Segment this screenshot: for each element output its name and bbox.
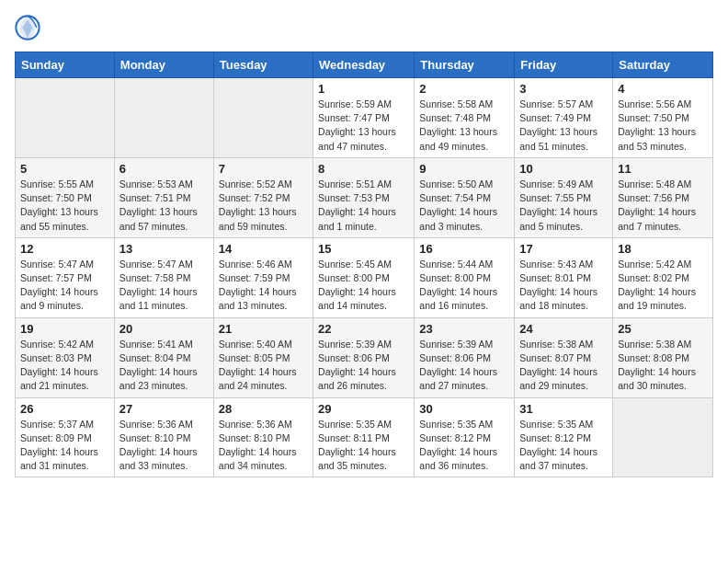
day-number: 5	[20, 162, 109, 176]
day-number: 25	[618, 322, 708, 336]
day-info: Sunrise: 5:42 AM Sunset: 8:03 PM Dayligh…	[20, 338, 109, 394]
day-number: 3	[519, 82, 608, 96]
day-header-saturday: Saturday	[613, 52, 713, 78]
day-number: 24	[519, 322, 608, 336]
day-info: Sunrise: 5:47 AM Sunset: 7:58 PM Dayligh…	[119, 258, 209, 314]
day-header-friday: Friday	[515, 52, 613, 78]
page-header	[15, 15, 713, 40]
day-number: 15	[318, 242, 409, 256]
day-number: 9	[419, 162, 509, 176]
calendar-cell: 21Sunrise: 5:40 AM Sunset: 8:05 PM Dayli…	[213, 317, 313, 397]
calendar-cell: 8Sunrise: 5:51 AM Sunset: 7:53 PM Daylig…	[313, 157, 415, 237]
calendar-cell	[613, 397, 713, 477]
day-info: Sunrise: 5:58 AM Sunset: 7:48 PM Dayligh…	[419, 98, 509, 154]
calendar-cell: 31Sunrise: 5:35 AM Sunset: 8:12 PM Dayli…	[515, 397, 613, 477]
day-number: 7	[219, 162, 308, 176]
day-number: 20	[119, 322, 209, 336]
calendar-cell: 15Sunrise: 5:45 AM Sunset: 8:00 PM Dayli…	[313, 237, 415, 317]
calendar-cell: 7Sunrise: 5:52 AM Sunset: 7:52 PM Daylig…	[213, 157, 313, 237]
calendar-cell: 2Sunrise: 5:58 AM Sunset: 7:48 PM Daylig…	[415, 78, 515, 158]
day-number: 13	[119, 242, 209, 256]
day-number: 6	[119, 162, 209, 176]
calendar-cell	[213, 78, 313, 158]
day-info: Sunrise: 5:48 AM Sunset: 7:56 PM Dayligh…	[618, 178, 708, 234]
calendar-cell: 14Sunrise: 5:46 AM Sunset: 7:59 PM Dayli…	[213, 237, 313, 317]
calendar-cell: 24Sunrise: 5:38 AM Sunset: 8:07 PM Dayli…	[515, 317, 613, 397]
calendar-cell: 25Sunrise: 5:38 AM Sunset: 8:08 PM Dayli…	[613, 317, 713, 397]
day-number: 22	[318, 322, 409, 336]
day-info: Sunrise: 5:47 AM Sunset: 7:57 PM Dayligh…	[20, 258, 109, 314]
calendar-cell: 17Sunrise: 5:43 AM Sunset: 8:01 PM Dayli…	[515, 237, 613, 317]
day-header-tuesday: Tuesday	[213, 52, 313, 78]
header-row: SundayMondayTuesdayWednesdayThursdayFrid…	[16, 52, 713, 78]
day-info: Sunrise: 5:46 AM Sunset: 7:59 PM Dayligh…	[219, 258, 308, 314]
day-header-thursday: Thursday	[415, 52, 515, 78]
day-number: 28	[219, 402, 308, 416]
day-info: Sunrise: 5:35 AM Sunset: 8:12 PM Dayligh…	[519, 418, 608, 474]
day-info: Sunrise: 5:52 AM Sunset: 7:52 PM Dayligh…	[219, 178, 308, 234]
calendar-cell: 19Sunrise: 5:42 AM Sunset: 8:03 PM Dayli…	[16, 317, 115, 397]
day-number: 27	[119, 402, 209, 416]
week-row-5: 26Sunrise: 5:37 AM Sunset: 8:09 PM Dayli…	[16, 397, 713, 477]
week-row-2: 5Sunrise: 5:55 AM Sunset: 7:50 PM Daylig…	[16, 157, 713, 237]
day-info: Sunrise: 5:59 AM Sunset: 7:47 PM Dayligh…	[318, 98, 409, 154]
day-number: 2	[419, 82, 509, 96]
day-info: Sunrise: 5:53 AM Sunset: 7:51 PM Dayligh…	[119, 178, 209, 234]
calendar-cell: 12Sunrise: 5:47 AM Sunset: 7:57 PM Dayli…	[16, 237, 115, 317]
day-header-sunday: Sunday	[16, 52, 115, 78]
calendar-cell: 9Sunrise: 5:50 AM Sunset: 7:54 PM Daylig…	[415, 157, 515, 237]
day-number: 1	[318, 82, 409, 96]
day-info: Sunrise: 5:40 AM Sunset: 8:05 PM Dayligh…	[219, 338, 308, 394]
calendar-cell: 10Sunrise: 5:49 AM Sunset: 7:55 PM Dayli…	[515, 157, 613, 237]
day-info: Sunrise: 5:35 AM Sunset: 8:12 PM Dayligh…	[419, 418, 509, 474]
calendar-cell: 11Sunrise: 5:48 AM Sunset: 7:56 PM Dayli…	[613, 157, 713, 237]
day-header-monday: Monday	[114, 52, 213, 78]
day-info: Sunrise: 5:38 AM Sunset: 8:08 PM Dayligh…	[618, 338, 708, 394]
day-info: Sunrise: 5:37 AM Sunset: 8:09 PM Dayligh…	[20, 418, 109, 474]
calendar-cell: 18Sunrise: 5:42 AM Sunset: 8:02 PM Dayli…	[613, 237, 713, 317]
calendar-cell: 26Sunrise: 5:37 AM Sunset: 8:09 PM Dayli…	[16, 397, 115, 477]
day-number: 29	[318, 402, 409, 416]
calendar-cell: 23Sunrise: 5:39 AM Sunset: 8:06 PM Dayli…	[415, 317, 515, 397]
calendar-cell: 6Sunrise: 5:53 AM Sunset: 7:51 PM Daylig…	[114, 157, 213, 237]
day-number: 10	[519, 162, 608, 176]
day-number: 23	[419, 322, 509, 336]
calendar-cell	[114, 78, 213, 158]
day-number: 30	[419, 402, 509, 416]
calendar-cell: 29Sunrise: 5:35 AM Sunset: 8:11 PM Dayli…	[313, 397, 415, 477]
day-header-wednesday: Wednesday	[313, 52, 415, 78]
day-number: 16	[419, 242, 509, 256]
calendar-cell: 3Sunrise: 5:57 AM Sunset: 7:49 PM Daylig…	[515, 78, 613, 158]
day-number: 17	[519, 242, 608, 256]
day-info: Sunrise: 5:38 AM Sunset: 8:07 PM Dayligh…	[519, 338, 608, 394]
calendar-cell: 16Sunrise: 5:44 AM Sunset: 8:00 PM Dayli…	[415, 237, 515, 317]
calendar-cell: 4Sunrise: 5:56 AM Sunset: 7:50 PM Daylig…	[613, 78, 713, 158]
day-info: Sunrise: 5:49 AM Sunset: 7:55 PM Dayligh…	[519, 178, 608, 234]
day-info: Sunrise: 5:43 AM Sunset: 8:01 PM Dayligh…	[519, 258, 608, 314]
day-info: Sunrise: 5:41 AM Sunset: 8:04 PM Dayligh…	[119, 338, 209, 394]
day-info: Sunrise: 5:50 AM Sunset: 7:54 PM Dayligh…	[419, 178, 509, 234]
day-info: Sunrise: 5:36 AM Sunset: 8:10 PM Dayligh…	[219, 418, 308, 474]
day-info: Sunrise: 5:55 AM Sunset: 7:50 PM Dayligh…	[20, 178, 109, 234]
day-info: Sunrise: 5:45 AM Sunset: 8:00 PM Dayligh…	[318, 258, 409, 314]
day-number: 31	[519, 402, 608, 416]
day-number: 11	[618, 162, 708, 176]
logo	[15, 15, 44, 40]
day-number: 4	[618, 82, 708, 96]
day-number: 21	[219, 322, 308, 336]
logo-icon	[15, 15, 40, 40]
week-row-4: 19Sunrise: 5:42 AM Sunset: 8:03 PM Dayli…	[16, 317, 713, 397]
day-info: Sunrise: 5:44 AM Sunset: 8:00 PM Dayligh…	[419, 258, 509, 314]
day-number: 19	[20, 322, 109, 336]
calendar-cell: 20Sunrise: 5:41 AM Sunset: 8:04 PM Dayli…	[114, 317, 213, 397]
day-number: 8	[318, 162, 409, 176]
day-info: Sunrise: 5:39 AM Sunset: 8:06 PM Dayligh…	[318, 338, 409, 394]
day-info: Sunrise: 5:56 AM Sunset: 7:50 PM Dayligh…	[618, 98, 708, 154]
day-info: Sunrise: 5:39 AM Sunset: 8:06 PM Dayligh…	[419, 338, 509, 394]
day-number: 18	[618, 242, 708, 256]
day-info: Sunrise: 5:57 AM Sunset: 7:49 PM Dayligh…	[519, 98, 608, 154]
calendar-cell	[16, 78, 115, 158]
day-number: 12	[20, 242, 109, 256]
calendar-cell: 5Sunrise: 5:55 AM Sunset: 7:50 PM Daylig…	[16, 157, 115, 237]
day-info: Sunrise: 5:35 AM Sunset: 8:11 PM Dayligh…	[318, 418, 409, 474]
